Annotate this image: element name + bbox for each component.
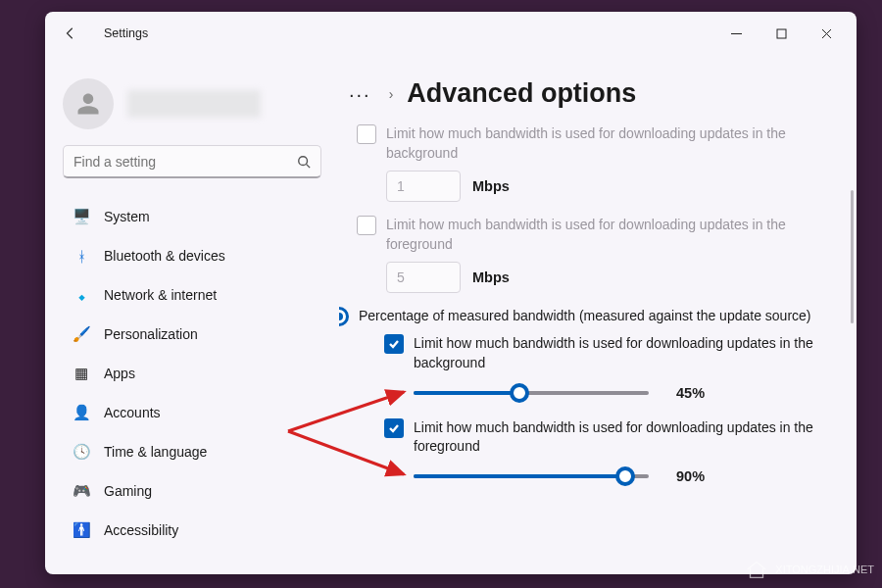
abs-bg-input[interactable]: 1 bbox=[386, 171, 461, 202]
sidebar: 🖥️System ᚼBluetooth & devices ⬥Network &… bbox=[45, 55, 339, 574]
window-title: Settings bbox=[94, 26, 148, 40]
content-area: Limit how much bandwidth is used for dow… bbox=[339, 124, 845, 574]
abs-fg-unit: Mbps bbox=[472, 270, 510, 285]
abs-fg-label: Limit how much bandwidth is used for dow… bbox=[386, 216, 825, 254]
sidebar-item-label: Accessibility bbox=[104, 522, 178, 538]
pct-bg-slider[interactable] bbox=[414, 383, 649, 403]
svg-rect-0 bbox=[777, 29, 786, 38]
chevron-right-icon: › bbox=[389, 86, 394, 102]
pct-fg-value: 90% bbox=[676, 468, 719, 484]
radio-label: Percentage of measured bandwidth (measur… bbox=[359, 307, 811, 326]
user-info[interactable] bbox=[63, 78, 321, 129]
abs-bg-label: Limit how much bandwidth is used for dow… bbox=[386, 124, 825, 163]
breadcrumb: ··· › Advanced options bbox=[339, 65, 845, 124]
person-icon: 👤 bbox=[73, 404, 90, 421]
abs-bg-unit: Mbps bbox=[472, 178, 510, 194]
scrollbar[interactable] bbox=[851, 190, 854, 323]
search-field[interactable] bbox=[74, 154, 297, 170]
system-icon: 🖥️ bbox=[73, 208, 90, 225]
sidebar-item-label: Accounts bbox=[104, 405, 161, 420]
abs-bg-option[interactable]: Limit how much bandwidth is used for dow… bbox=[357, 124, 825, 163]
abs-fg-option[interactable]: Limit how much bandwidth is used for dow… bbox=[357, 216, 825, 254]
sidebar-item-label: Network & internet bbox=[104, 287, 217, 303]
pct-fg-slider-row: 90% bbox=[414, 466, 825, 486]
sidebar-item-label: Apps bbox=[104, 366, 135, 381]
search-input[interactable] bbox=[63, 145, 321, 178]
pct-fg-label: Limit how much bandwidth is used for dow… bbox=[414, 418, 825, 457]
sidebar-item-apps[interactable]: ▦Apps bbox=[63, 355, 321, 392]
close-button[interactable] bbox=[804, 19, 849, 48]
avatar bbox=[63, 78, 114, 129]
pct-fg-slider[interactable] bbox=[414, 466, 649, 486]
sidebar-item-time[interactable]: 🕓Time & language bbox=[63, 433, 321, 470]
search-icon bbox=[297, 155, 311, 169]
minimize-button[interactable] bbox=[713, 19, 759, 48]
sidebar-item-gaming[interactable]: 🎮Gaming bbox=[63, 472, 321, 510]
checkbox-pct-fg[interactable] bbox=[384, 418, 404, 438]
accessibility-icon: 🚹 bbox=[73, 521, 90, 539]
pct-bg-option[interactable]: Limit how much bandwidth is used for dow… bbox=[384, 334, 825, 372]
sidebar-item-accessibility[interactable]: 🚹Accessibility bbox=[63, 512, 321, 549]
svg-point-1 bbox=[299, 156, 308, 165]
clock-icon: 🕓 bbox=[73, 443, 90, 461]
checkbox-abs-fg[interactable] bbox=[357, 216, 376, 235]
pct-fg-option[interactable]: Limit how much bandwidth is used for dow… bbox=[384, 418, 825, 457]
sidebar-item-label: Time & language bbox=[104, 444, 207, 460]
nav-list: 🖥️System ᚼBluetooth & devices ⬥Network &… bbox=[63, 198, 321, 549]
bluetooth-icon: ᚼ bbox=[73, 247, 90, 265]
page-title: Advanced options bbox=[407, 78, 636, 109]
settings-window: Settings 🖥️System ᚼBluetooth & devices bbox=[45, 12, 857, 574]
pct-bg-value: 45% bbox=[676, 385, 719, 401]
maximize-button[interactable] bbox=[759, 19, 804, 48]
sidebar-item-system[interactable]: 🖥️System bbox=[63, 198, 321, 235]
watermark: XITONGZHIJIA.NET bbox=[744, 557, 874, 582]
sidebar-item-label: Bluetooth & devices bbox=[104, 248, 225, 264]
sidebar-item-label: Gaming bbox=[104, 483, 152, 499]
brush-icon: 🖌️ bbox=[73, 325, 90, 343]
pct-bg-label: Limit how much bandwidth is used for dow… bbox=[414, 334, 825, 372]
abs-bg-input-row: 1 Mbps bbox=[386, 171, 825, 202]
gamepad-icon: 🎮 bbox=[73, 482, 90, 500]
back-button[interactable] bbox=[59, 22, 82, 45]
user-name-redacted bbox=[127, 90, 261, 118]
sidebar-item-accounts[interactable]: 👤Accounts bbox=[63, 394, 321, 431]
apps-icon: ▦ bbox=[73, 365, 90, 382]
sidebar-item-label: System bbox=[104, 209, 150, 224]
percentage-radio-option[interactable]: Percentage of measured bandwidth (measur… bbox=[339, 307, 825, 326]
abs-fg-input[interactable]: 5 bbox=[386, 262, 461, 293]
sidebar-item-bluetooth[interactable]: ᚼBluetooth & devices bbox=[63, 237, 321, 274]
watermark-text: XITONGZHIJIA.NET bbox=[775, 564, 874, 575]
checkbox-pct-bg[interactable] bbox=[384, 334, 404, 354]
main-pane: ··· › Advanced options Limit how much ba… bbox=[339, 55, 857, 574]
sidebar-item-network[interactable]: ⬥Network & internet bbox=[63, 276, 321, 314]
titlebar: Settings bbox=[45, 12, 857, 55]
checkbox-abs-bg[interactable] bbox=[357, 124, 376, 144]
wifi-icon: ⬥ bbox=[73, 286, 90, 304]
abs-fg-input-row: 5 Mbps bbox=[386, 262, 825, 293]
radio-percentage[interactable] bbox=[339, 307, 349, 326]
pct-bg-slider-row: 45% bbox=[414, 383, 825, 403]
sidebar-item-personalization[interactable]: 🖌️Personalization bbox=[63, 316, 321, 353]
sidebar-item-label: Personalization bbox=[104, 326, 198, 342]
breadcrumb-overflow[interactable]: ··· bbox=[345, 84, 375, 104]
